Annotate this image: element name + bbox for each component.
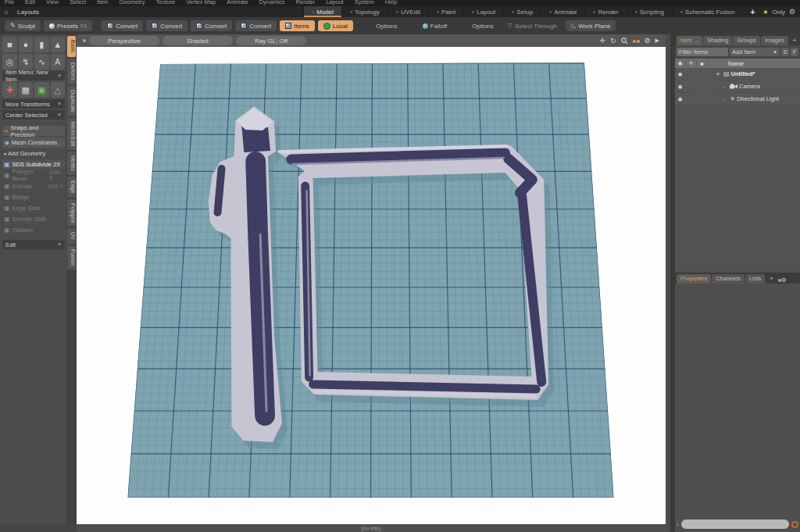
vtab-fusion[interactable]: Fusion bbox=[67, 245, 76, 270]
record-circle-icon[interactable] bbox=[791, 521, 798, 528]
menu-system[interactable]: System bbox=[355, 0, 374, 5]
select-through-button[interactable]: ▽Select Through bbox=[502, 20, 562, 31]
filter-items-input[interactable]: Filter Items bbox=[677, 48, 728, 56]
primitive-torus-button[interactable]: ◎ bbox=[2, 54, 17, 70]
tool-polygon-bevel[interactable]: ▣Polygon BevelShift-B bbox=[2, 170, 65, 180]
menu-texture[interactable]: Texture bbox=[156, 0, 176, 5]
wire-pyramid-button[interactable]: △ bbox=[51, 82, 66, 98]
menu-help[interactable]: Help bbox=[385, 0, 397, 5]
only-label[interactable]: Only bbox=[772, 9, 784, 16]
primitive-cube-button[interactable]: ■ bbox=[2, 37, 17, 52]
expand-arrow-icon[interactable]: ▼ bbox=[714, 72, 722, 77]
viewport-gear-icon[interactable]: ⚙ bbox=[645, 37, 651, 45]
3d-viewport[interactable] bbox=[77, 47, 666, 524]
vtab-mesh-edit[interactable]: Mesh Edit bbox=[67, 118, 76, 150]
vtab-polygon[interactable]: Polygon bbox=[67, 199, 76, 227]
text-tool-button[interactable]: A bbox=[51, 54, 66, 70]
options-button-1[interactable]: Options bbox=[370, 20, 403, 31]
spiral-tool-button[interactable]: ↯ bbox=[19, 54, 34, 70]
tree-row-camera[interactable]: ◉ → Camera bbox=[675, 80, 800, 93]
layout-tab-schematic-fusion[interactable]: Schematic Fusion bbox=[672, 6, 743, 17]
zoom-icon[interactable] bbox=[621, 37, 628, 45]
layout-tab-topology[interactable]: Topology bbox=[341, 6, 388, 17]
item-menu-dropdown[interactable]: Item Menu: New Item▼ bbox=[2, 71, 65, 80]
work-plane-button[interactable]: ◺Work Plane bbox=[566, 20, 616, 31]
mesh-item-button[interactable]: ▣ bbox=[34, 82, 49, 98]
center-selected-dropdown[interactable]: Center Selected▼ bbox=[2, 110, 65, 120]
tab-channels[interactable]: Channels bbox=[712, 274, 745, 284]
perspective-tab[interactable]: Perspective bbox=[89, 36, 159, 45]
gear-icon[interactable]: ⚙ bbox=[789, 8, 795, 16]
tool-extrude[interactable]: ▣ExtrudeShift-X bbox=[2, 181, 65, 191]
menu-render[interactable]: Render bbox=[296, 0, 316, 5]
convert-button-1[interactable]: Convert bbox=[102, 20, 143, 31]
presets-button[interactable]: PresetsF6 bbox=[44, 20, 92, 31]
vtab-duplicate[interactable]: Duplicate bbox=[67, 86, 76, 116]
vtab-edge[interactable]: Edge bbox=[67, 177, 76, 197]
star-icon[interactable]: ★ bbox=[762, 9, 768, 16]
mesh-constraints-button[interactable]: ◆Mesh Constraints bbox=[2, 137, 65, 148]
menu-view[interactable]: View bbox=[46, 0, 59, 5]
layout-tab-model[interactable]: Model bbox=[303, 6, 341, 17]
menu-item[interactable]: Item bbox=[97, 0, 109, 5]
command-input[interactable] bbox=[681, 520, 789, 529]
vtab-basic[interactable]: Basic bbox=[67, 36, 76, 57]
curve-tool-button[interactable]: ∿ bbox=[34, 54, 49, 70]
edit-dropdown[interactable]: Edit▼ bbox=[2, 240, 65, 249]
ground-plane-button[interactable]: ▦ bbox=[19, 82, 34, 98]
tool-thicken[interactable]: ▣Thicken bbox=[2, 225, 65, 234]
primitive-cone-button[interactable]: ▲ bbox=[51, 37, 66, 52]
tool-bridge[interactable]: ▣Bridge bbox=[2, 192, 65, 202]
tab-lists[interactable]: Lists bbox=[745, 274, 765, 284]
primitive-cylinder-button[interactable]: ▮ bbox=[34, 37, 49, 52]
menu-select[interactable]: Select bbox=[70, 0, 86, 5]
menu-dynamics[interactable]: Dynamics bbox=[259, 0, 285, 5]
layout-tab-render[interactable]: Render bbox=[584, 6, 626, 17]
layout-tab-animate[interactable]: Animate bbox=[541, 6, 584, 17]
layout-tab-setup[interactable]: Setup bbox=[503, 6, 541, 17]
convert-button-4[interactable]: Convert bbox=[235, 20, 277, 31]
viewport-expand-icon[interactable]: ▶ bbox=[655, 37, 659, 44]
sculpt-button[interactable]: ✎Sculpt bbox=[5, 20, 41, 31]
item-list-empty-area[interactable] bbox=[675, 105, 800, 271]
pan-icon[interactable]: ✛ bbox=[599, 37, 605, 45]
menu-layout[interactable]: Layout bbox=[326, 0, 344, 5]
menu-geometry[interactable]: Geometry bbox=[120, 0, 145, 5]
layout-tab-paint[interactable]: Paint bbox=[428, 6, 463, 17]
add-geometry-section-header[interactable]: ▾Add Geometry bbox=[2, 149, 65, 158]
convert-button-3[interactable]: Convert bbox=[191, 20, 232, 31]
home-icon[interactable]: ⌂ bbox=[0, 9, 12, 16]
add-layout-tab-button[interactable]: + bbox=[742, 8, 762, 16]
primitive-sphere-button[interactable]: ● bbox=[19, 37, 34, 52]
tab-properties[interactable]: Properties bbox=[677, 274, 711, 284]
tool-smooth-shift[interactable]: ▣Smooth Shift bbox=[2, 214, 65, 223]
menu-vertex-map[interactable]: Vertex Map bbox=[186, 0, 216, 5]
layout-tab-scripting[interactable]: Scripting bbox=[627, 6, 672, 17]
items-mode-button[interactable]: Items bbox=[280, 20, 315, 31]
menu-file[interactable]: File bbox=[5, 0, 14, 5]
layouts-label[interactable]: Layouts bbox=[17, 9, 39, 16]
convert-button-2[interactable]: Convert bbox=[146, 20, 188, 31]
panel-gear-icon[interactable]: ⚙ bbox=[781, 277, 787, 284]
eye-icon[interactable]: ◉ bbox=[675, 93, 686, 105]
shaded-tab[interactable]: Shaded bbox=[162, 36, 233, 45]
raygl-tab[interactable]: Ray GL: Off bbox=[236, 36, 306, 45]
tool-edge-slice[interactable]: ▣Edge Slice bbox=[2, 203, 65, 212]
tab-shading[interactable]: Shading bbox=[703, 36, 733, 45]
vtab-deform[interactable]: Deform bbox=[67, 59, 76, 84]
tab-images[interactable]: Images bbox=[761, 36, 788, 45]
rotate-icon[interactable]: ↻ bbox=[610, 37, 616, 45]
vtab-vertex[interactable]: Vertex bbox=[67, 152, 76, 175]
add-panel-tab-button[interactable]: + bbox=[789, 36, 800, 45]
add-properties-tab-button[interactable]: + bbox=[766, 274, 777, 284]
tab-groups[interactable]: Groups bbox=[733, 36, 760, 45]
vtab-uv[interactable]: UV bbox=[67, 228, 76, 244]
layout-tab-layout[interactable]: Layout bbox=[463, 6, 503, 17]
eye-icon[interactable]: ◉ bbox=[675, 80, 686, 92]
layout-tab-uvedit[interactable]: UVEdit bbox=[388, 6, 428, 17]
falloff-button[interactable]: Falloff bbox=[417, 20, 453, 31]
tree-row-directional-light[interactable]: ◉ → ☀ Directional Light bbox=[675, 93, 800, 105]
menu-animate[interactable]: Animate bbox=[227, 0, 248, 5]
add-item-dropdown[interactable]: Add Item▼ bbox=[730, 48, 780, 56]
eye-icon[interactable]: ◉ bbox=[675, 68, 686, 80]
